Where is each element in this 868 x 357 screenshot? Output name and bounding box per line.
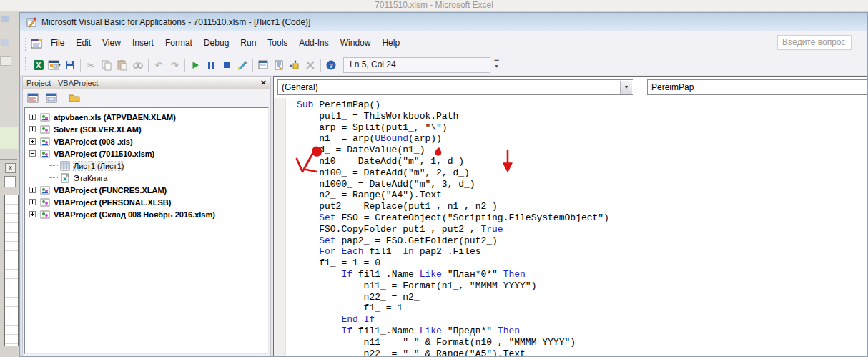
code-line[interactable]: n1_ = arp(UBound(arp)) — [297, 133, 867, 145]
insert-userform-button[interactable]: ▾ — [46, 57, 62, 73]
vba-project-icon — [39, 136, 51, 147]
code-line[interactable]: n100_ = DateAdd("m", 2, d_) — [297, 167, 867, 179]
procedure-dropdown[interactable]: PereimPap — [647, 79, 867, 95]
project-explorer-button[interactable] — [255, 57, 271, 73]
object-browser-button[interactable] — [287, 57, 302, 73]
project-tree: atpvbaen.xls (ATPVBAEN.XLAM)Solver (SOLV… — [24, 107, 269, 354]
tree-item[interactable]: VBAProject (Склад 008 Ноябрь 2016.xlsm) — [25, 208, 268, 220]
window-title: Microsoft Visual Basic for Applications … — [41, 17, 310, 27]
help-button[interactable]: ? — [323, 57, 339, 73]
toggle-folders-button[interactable] — [67, 91, 82, 105]
expand-icon[interactable] — [29, 187, 36, 193]
tree-item[interactable]: XЭтаКнига — [25, 172, 268, 184]
expand-icon[interactable] — [29, 114, 36, 120]
code-line[interactable]: Sub PereimPap() — [297, 99, 867, 111]
code-margin-indicator-bar[interactable] — [274, 98, 286, 356]
code-line[interactable]: put2_ = Replace(put1_, n1_, n2_) — [297, 201, 867, 212]
code-line[interactable]: n22_ = " " & Range("A5").Text — [297, 348, 867, 356]
code-line[interactable]: If fil1_.Name Like "Предв*" Then — [297, 326, 867, 337]
collapse-icon[interactable] — [29, 150, 36, 157]
tree-item-label: Solver (SOLVER.XLAM) — [54, 125, 142, 134]
vba-app-icon — [26, 16, 37, 28]
menu-window[interactable]: Window — [335, 36, 377, 54]
menu-insert[interactable]: Insert — [127, 36, 159, 54]
tree-connector — [49, 177, 58, 179]
tree-item[interactable]: VBAProject (FUNCRES.XLAM) — [25, 184, 268, 196]
tree-item[interactable]: VBAProject (PERSONAL.XLSB) — [25, 196, 268, 208]
question-input[interactable]: Введите вопрос — [777, 35, 852, 50]
toolbar-overflow-icon[interactable]: ▔▾ — [492, 57, 501, 73]
project-panel-title: Project - VBAProject — [26, 79, 98, 87]
code-line[interactable]: n10_ = DateAdd("m", 1, d_) — [297, 156, 867, 167]
project-panel-header[interactable]: Project - VBAProject ✕ — [23, 77, 270, 89]
code-line[interactable]: FSO.CopyFolder put1_, put2_, True — [297, 224, 867, 235]
code-text[interactable]: Sub PereimPap() put1_ = ThisWorkbook.Pat… — [286, 98, 867, 356]
menu-run[interactable]: Run — [235, 36, 262, 54]
svg-text:?: ? — [329, 62, 333, 69]
code-editor[interactable]: Sub PereimPap() put1_ = ThisWorkbook.Pat… — [274, 98, 867, 356]
background-fragment — [1, 16, 9, 22]
code-line[interactable]: n11_ = Format(n1_, "MMMM YYYY") — [297, 280, 867, 292]
menubar-grip[interactable] — [24, 38, 28, 51]
code-line[interactable]: f1_ = 1 = 0 — [297, 258, 867, 269]
undo-button: ↶ — [151, 57, 167, 73]
code-window-icon[interactable] — [31, 38, 42, 49]
view-code-button[interactable] — [26, 91, 40, 105]
code-line[interactable]: End If — [297, 314, 867, 326]
menu-view[interactable]: View — [97, 36, 127, 54]
tree-item[interactable]: VBAProject (008 .xls) — [25, 135, 268, 147]
cut-button: ✂ — [83, 57, 99, 73]
menu-tools[interactable]: Tools — [262, 36, 293, 54]
toolbar-grip[interactable] — [24, 57, 28, 70]
background-fragment — [0, 56, 11, 66]
background-fragment — [1, 39, 9, 46]
expand-icon[interactable] — [29, 211, 36, 217]
code-line[interactable]: n1000_ = DateAdd("m", 3, d_) — [297, 179, 867, 190]
code-line[interactable]: If fil1_.Name Like "План*0*" Then — [297, 269, 867, 280]
vba-editor-window: Microsoft Visual Basic for Applications … — [19, 12, 868, 357]
svg-text:X: X — [36, 61, 41, 69]
toolbar-separator — [252, 59, 253, 72]
menu-edit[interactable]: Edit — [70, 36, 97, 54]
view-microsoft-excel-button[interactable]: X — [31, 57, 46, 73]
vba-project-icon — [39, 148, 51, 160]
run-sub-button[interactable] — [187, 57, 203, 73]
code-line[interactable]: Set FSO = CreateObject("Scripting.FileSy… — [297, 212, 867, 224]
code-line[interactable]: f1_ = 1 — [297, 303, 867, 314]
object-dropdown[interactable]: (General) ▼ — [277, 79, 633, 95]
menu-format[interactable]: Format — [159, 36, 198, 54]
code-line[interactable]: For Each fil1_ In pap2_.Files — [297, 246, 867, 258]
menu-addins[interactable]: Add-Ins — [293, 36, 334, 54]
code-line[interactable]: n11_ = " " & Format(n10_, "MMMM YYYY") — [297, 337, 867, 348]
toolbar-buttons: X▾✂↶↷? — [31, 57, 339, 73]
tree-item[interactable]: VBAProject (7011510.xlsm) — [25, 147, 268, 160]
properties-window-button[interactable] — [271, 57, 287, 73]
reset-button[interactable] — [219, 57, 235, 73]
chevron-down-icon[interactable]: ▼ — [620, 81, 632, 94]
save-button[interactable] — [62, 57, 78, 73]
tree-item[interactable]: atpvbaen.xls (ATPVBAEN.XLAM) — [25, 111, 268, 123]
svg-text:✂: ✂ — [87, 60, 95, 71]
code-line[interactable]: n22_ = n2_ — [297, 292, 867, 303]
menu-debug[interactable]: Debug — [198, 36, 235, 54]
menu-help[interactable]: Help — [376, 36, 405, 54]
vba-titlebar[interactable]: Microsoft Visual Basic for Applications … — [20, 13, 867, 31]
design-mode-button[interactable] — [235, 57, 250, 73]
expand-icon[interactable] — [29, 126, 36, 132]
tree-item[interactable]: Solver (SOLVER.XLAM) — [25, 123, 268, 135]
code-line[interactable]: n2_ = Range("A4").Text — [297, 190, 867, 201]
code-line[interactable]: Set pap2_ = FSO.GetFolder(put2_) — [297, 235, 867, 247]
menu-file[interactable]: File — [45, 36, 70, 54]
redo-button: ↷ — [167, 57, 182, 73]
tree-item-label: atpvbaen.xls (ATPVBAEN.XLAM) — [54, 113, 176, 122]
close-icon[interactable]: ✕ — [258, 78, 269, 87]
code-line[interactable]: d_ = DateValue(n1_) — [297, 145, 867, 156]
tree-item-label: VBAProject (PERSONAL.XLSB) — [54, 198, 171, 207]
expand-icon[interactable] — [29, 138, 36, 145]
tree-item[interactable]: Лист1 (Лист1) — [25, 160, 268, 172]
view-object-button[interactable] — [44, 91, 59, 105]
break-button[interactable] — [203, 57, 219, 73]
code-line[interactable]: arp = Split(put1_, "\") — [297, 122, 867, 134]
expand-icon[interactable] — [29, 199, 36, 205]
code-line[interactable]: put1_ = ThisWorkbook.Path — [297, 111, 867, 122]
